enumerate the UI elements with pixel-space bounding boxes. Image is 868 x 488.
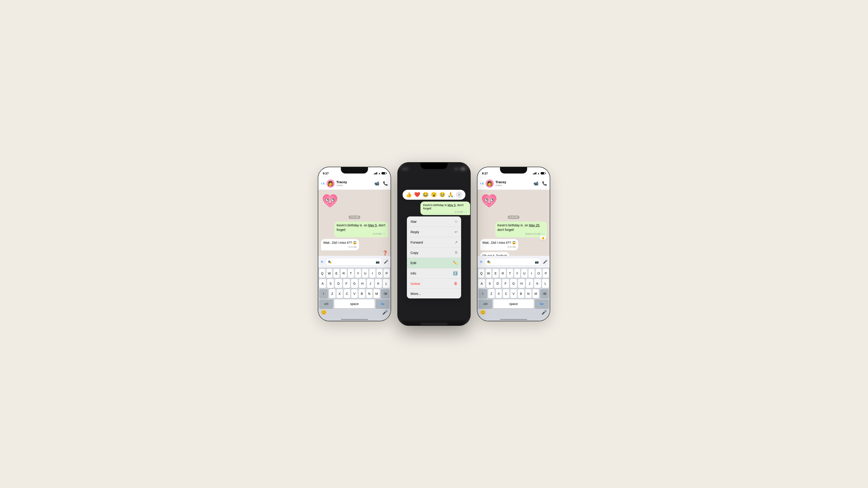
reaction-pray[interactable]: 🙏 [447, 192, 454, 198]
shift-key-3[interactable]: ⇧ [478, 289, 487, 298]
key-d3[interactable]: D [494, 279, 501, 288]
key-k3[interactable]: K [534, 279, 541, 288]
back-button-1[interactable]: ‹ 4 [321, 181, 324, 186]
input-field-1[interactable]: 🎭 📷 [325, 258, 382, 266]
key-g3[interactable]: G [510, 279, 517, 288]
backspace-key-3[interactable]: ⌫ [540, 289, 549, 298]
ctx-star[interactable]: Star ☆ [407, 217, 461, 227]
backspace-key-1[interactable]: ⌫ [381, 289, 390, 298]
key-a3[interactable]: A [478, 279, 485, 288]
reaction-wow[interactable]: 😮 [431, 192, 437, 198]
home-indicator-3 [500, 319, 527, 320]
key-o3[interactable]: O [536, 269, 542, 278]
key-o[interactable]: O [377, 269, 383, 278]
mic-key-1[interactable]: 🎤 [382, 310, 388, 315]
key-r3[interactable]: R [500, 269, 506, 278]
call-icon-1[interactable]: 📞 [383, 181, 388, 186]
ctx-forward[interactable]: Forward ↗ [407, 237, 461, 248]
num-key-3[interactable]: 123 [478, 299, 492, 308]
key-c[interactable]: C [344, 289, 350, 298]
key-t3[interactable]: T [507, 269, 513, 278]
key-w3[interactable]: W [486, 269, 492, 278]
reaction-thumbsup[interactable]: 👍 [406, 192, 412, 198]
key-q3[interactable]: Q [478, 269, 485, 278]
key-q[interactable]: Q [319, 269, 325, 278]
key-t[interactable]: T [348, 269, 354, 278]
home-indicator-1 [341, 319, 368, 320]
key-z3[interactable]: Z [488, 289, 495, 298]
key-b3[interactable]: B [518, 289, 524, 298]
key-a[interactable]: A [319, 279, 326, 288]
key-h3[interactable]: H [518, 279, 525, 288]
go-key-1[interactable]: Go [376, 299, 390, 308]
key-s3[interactable]: S [486, 279, 493, 288]
bubble-text-r3a: Wait...Did I miss it?? 😱 [483, 241, 516, 245]
reaction-cry[interactable]: 🥹 [439, 192, 445, 198]
key-m3[interactable]: M [532, 289, 539, 298]
mic-key-3[interactable]: 🎤 [541, 310, 547, 315]
key-z[interactable]: Z [329, 289, 336, 298]
key-i3[interactable]: I [528, 269, 535, 278]
key-p3[interactable]: P [543, 269, 549, 278]
key-row-a-3: A S D F G H J K L [478, 279, 549, 288]
key-r[interactable]: R [341, 269, 347, 278]
key-j[interactable]: J [367, 279, 374, 288]
key-x[interactable]: X [337, 289, 343, 298]
key-y3[interactable]: Y [514, 269, 520, 278]
video-icon-3[interactable]: 📹 [533, 181, 538, 186]
key-d[interactable]: D [335, 279, 342, 288]
key-u3[interactable]: U [521, 269, 527, 278]
key-j3[interactable]: J [526, 279, 533, 288]
key-f3[interactable]: F [502, 279, 509, 288]
mic-icon-3[interactable]: 🎤 [543, 260, 548, 264]
emoji-key-3[interactable]: 😊 [480, 310, 486, 315]
key-l[interactable]: L [383, 279, 390, 288]
key-n3[interactable]: N [525, 289, 532, 298]
shift-key-1[interactable]: ⇧ [319, 289, 328, 298]
reaction-heart[interactable]: ❤️ [414, 192, 420, 198]
ctx-delete[interactable]: Delete 🗑 [407, 279, 461, 289]
key-k[interactable]: K [375, 279, 382, 288]
key-v[interactable]: V [351, 289, 358, 298]
ctx-reply[interactable]: Reply ↩ [407, 227, 461, 237]
ctx-edit[interactable]: Edit ✏️ [407, 258, 461, 268]
key-g[interactable]: G [351, 279, 358, 288]
key-m[interactable]: M [373, 289, 380, 298]
key-h[interactable]: H [359, 279, 366, 288]
key-b[interactable]: B [359, 289, 365, 298]
key-e[interactable]: E [333, 269, 340, 278]
input-field-3[interactable]: 🎭 📷 [485, 258, 541, 266]
key-p[interactable]: P [383, 269, 390, 278]
ctx-copy[interactable]: Copy ⎘ [407, 248, 461, 258]
ctx-info-label: Info [410, 271, 416, 275]
space-key-1[interactable]: space [334, 299, 375, 308]
bubble-sent-1: Kevin's birthday is on May 5, don't forg… [334, 222, 388, 237]
key-w[interactable]: W [327, 269, 333, 278]
plus-button-3[interactable]: + [480, 259, 483, 265]
key-u[interactable]: U [362, 269, 368, 278]
key-l3[interactable]: L [542, 279, 549, 288]
key-y[interactable]: Y [355, 269, 361, 278]
reaction-plus[interactable]: + [456, 192, 462, 198]
mic-icon-1[interactable]: 🎤 [384, 260, 388, 264]
video-icon-1[interactable]: 📹 [374, 181, 379, 186]
key-n[interactable]: N [366, 289, 373, 298]
ctx-more[interactable]: More... [407, 289, 461, 298]
key-s[interactable]: S [327, 279, 334, 288]
plus-button-1[interactable]: + [320, 259, 323, 265]
key-e3[interactable]: E [493, 269, 499, 278]
key-c3[interactable]: C [503, 289, 509, 298]
key-i[interactable]: I [369, 269, 375, 278]
reaction-laugh[interactable]: 😂 [423, 192, 429, 198]
key-x3[interactable]: X [496, 289, 502, 298]
avatar-3: 👩 [486, 180, 494, 188]
call-icon-3[interactable]: 📞 [542, 181, 547, 186]
num-key-1[interactable]: 123 [319, 299, 333, 308]
key-f[interactable]: F [343, 279, 350, 288]
space-key-3[interactable]: space [493, 299, 534, 308]
ctx-info[interactable]: Info ℹ️ [407, 268, 461, 279]
key-v3[interactable]: V [510, 289, 517, 298]
back-button-3[interactable]: ‹ 4 [480, 181, 484, 186]
emoji-key-1[interactable]: 😊 [321, 310, 327, 315]
go-key-3[interactable]: Go [535, 299, 549, 308]
